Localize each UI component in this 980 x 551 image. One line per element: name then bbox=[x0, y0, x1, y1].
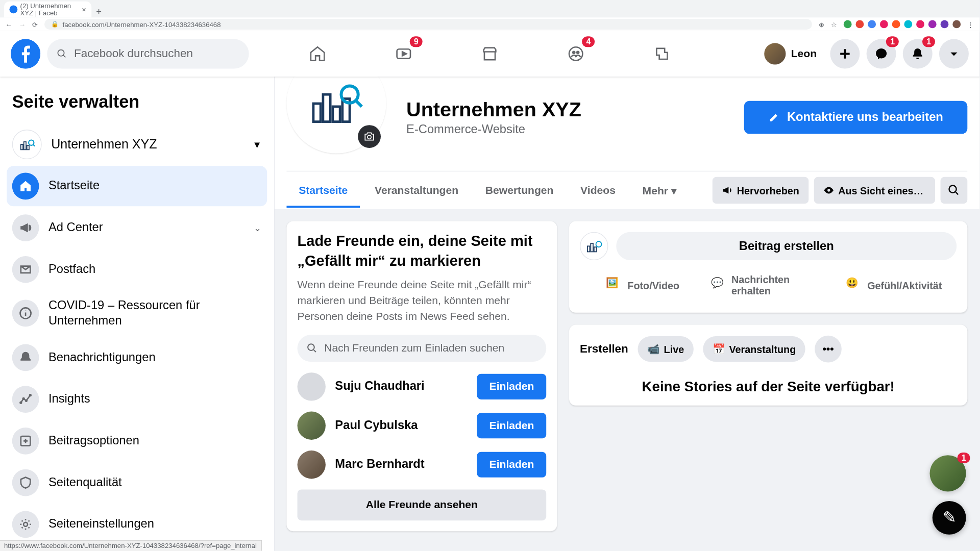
compose-messages[interactable]: 💬Nachrichten erhalten bbox=[705, 268, 831, 302]
sidebar-item-covid[interactable]: COVID-19 – Ressourcen für Unternehmen bbox=[7, 291, 267, 336]
tab-veranstaltungen[interactable]: Veranstaltungen bbox=[362, 173, 471, 207]
forward-button[interactable]: → bbox=[19, 20, 26, 28]
invite-button[interactable]: Einladen bbox=[477, 452, 546, 477]
url-bar[interactable]: 🔒 facebook.com/Unternehmen-XYZ-104338234… bbox=[44, 19, 812, 30]
page-profile-picture[interactable] bbox=[286, 77, 386, 153]
tab-startseite[interactable]: Startseite bbox=[286, 173, 360, 207]
caret-down-icon bbox=[947, 47, 961, 60]
no-stories-text: Keine Stories auf der Seite verfügbar! bbox=[580, 379, 957, 395]
megaphone-icon bbox=[722, 185, 733, 195]
svg-point-16 bbox=[29, 394, 31, 396]
photo-icon: 🖼️ bbox=[606, 277, 622, 293]
browser-chrome: (2) Unternehmen XYZ | Faceb × + ← → ⟳ 🔒 … bbox=[0, 0, 979, 31]
facebook-logo-icon[interactable] bbox=[11, 39, 40, 68]
extension-icon[interactable] bbox=[844, 20, 852, 29]
sidebar-item-beitragsoptionen[interactable]: Beitragsoptionen bbox=[7, 421, 267, 461]
tab-videos[interactable]: Videos bbox=[568, 173, 627, 207]
button-label: Veranstaltung bbox=[729, 343, 796, 355]
sidebar-item-insights[interactable]: Insights bbox=[7, 379, 267, 419]
sidebar-item-adcenter[interactable]: Ad Center⌄ bbox=[7, 208, 267, 248]
friend-name: Paul Cybulska bbox=[335, 418, 468, 433]
friend-name: Marc Bernhardt bbox=[335, 458, 468, 472]
invite-button[interactable]: Einladen bbox=[477, 373, 546, 399]
smiley-icon: 😃 bbox=[846, 277, 862, 293]
extension-icon[interactable] bbox=[952, 20, 961, 29]
reload-button[interactable]: ⟳ bbox=[32, 20, 38, 28]
create-button[interactable] bbox=[830, 39, 860, 68]
compose-opt-label: Nachrichten erhalten bbox=[731, 273, 826, 296]
invite-friends-card: Lade Freunde ein, deine Seite mit „Gefäl… bbox=[286, 221, 557, 531]
extension-icon[interactable] bbox=[892, 20, 900, 29]
sidebar-item-seiteneinstellungen[interactable]: Seiteneinstellungen bbox=[7, 504, 267, 544]
watch-nav[interactable]: 9 bbox=[363, 35, 444, 73]
invite-button[interactable]: Einladen bbox=[477, 413, 546, 438]
account-button[interactable] bbox=[939, 39, 969, 68]
star-icon[interactable]: ☆ bbox=[831, 20, 837, 28]
messenger-button[interactable]: 1 bbox=[867, 39, 896, 68]
notifications-button[interactable]: 1 bbox=[903, 39, 933, 68]
compose-photo-video[interactable]: 🖼️Foto/Video bbox=[580, 268, 705, 302]
home-nav[interactable] bbox=[277, 35, 358, 73]
back-button[interactable]: ← bbox=[6, 20, 12, 28]
sidebar-item-startseite[interactable]: Startseite bbox=[7, 166, 267, 207]
new-message-button[interactable]: ✎ bbox=[933, 501, 966, 535]
sidebar-item-label: Beitragsoptionen bbox=[48, 433, 262, 449]
tab-bewertungen[interactable]: Bewertungen bbox=[473, 173, 566, 207]
floating-chat-avatar[interactable]: 1 bbox=[929, 455, 966, 491]
create-post-card: Beitrag erstellen 🖼️Foto/Video 💬Nachrich… bbox=[569, 221, 967, 313]
svg-point-14 bbox=[22, 397, 24, 399]
url-text: facebook.com/Unternehmen-XYZ-10433823463… bbox=[63, 20, 221, 28]
caret-down-icon: ▼ bbox=[252, 139, 261, 150]
extension-icon[interactable] bbox=[880, 20, 888, 29]
compose-feeling[interactable]: 😃Gefühl/Aktivität bbox=[831, 268, 957, 302]
edit-photo-button[interactable] bbox=[358, 125, 381, 148]
tab-mehr[interactable]: Mehr ▾ bbox=[630, 173, 689, 207]
extension-icon[interactable] bbox=[928, 20, 937, 29]
friend-search-input[interactable]: Nach Freunden zum Einladen suchen bbox=[298, 335, 547, 362]
page-search-button[interactable] bbox=[941, 177, 968, 204]
sidebar-item-seitenqualitaet[interactable]: Seitenqualität bbox=[7, 462, 267, 503]
live-button[interactable]: 📹Live bbox=[638, 336, 693, 362]
menu-button[interactable]: ⋮ bbox=[967, 20, 974, 28]
close-icon[interactable]: × bbox=[82, 6, 86, 14]
create-story-label: Erstellen bbox=[580, 342, 628, 356]
search-input[interactable]: Facebook durchsuchen bbox=[47, 39, 249, 68]
svg-line-24 bbox=[356, 101, 362, 107]
button-label: Hervorheben bbox=[737, 185, 799, 196]
tab-label: Mehr bbox=[643, 185, 668, 196]
profile-chip[interactable]: Leon bbox=[762, 40, 824, 67]
extension-icon[interactable] bbox=[941, 20, 949, 29]
view-as-button[interactable]: Aus Sicht eines Be... bbox=[814, 177, 935, 204]
groups-icon bbox=[567, 44, 585, 63]
event-button[interactable]: 📅Veranstaltung bbox=[703, 336, 805, 362]
extension-icon[interactable] bbox=[904, 20, 912, 29]
sidebar-item-benachrichtigungen[interactable]: Benachrichtigungen bbox=[7, 337, 267, 378]
sidebar-page-name: Unternehmen XYZ bbox=[51, 137, 243, 152]
page-category: E-Commerce-Website bbox=[406, 122, 581, 136]
main-content: Unternehmen XYZ E-Commerce-Website Konta… bbox=[275, 77, 979, 550]
home-icon bbox=[308, 44, 327, 63]
edit-contact-button[interactable]: Kontaktiere uns bearbeiten bbox=[744, 101, 968, 134]
video-icon: 📹 bbox=[647, 343, 660, 355]
extension-icon[interactable] bbox=[868, 20, 876, 29]
sidebar-item-postfach[interactable]: Postfach bbox=[7, 249, 267, 290]
create-post-input[interactable]: Beitrag erstellen bbox=[616, 232, 957, 260]
gaming-nav[interactable] bbox=[622, 35, 702, 73]
promote-button[interactable]: Hervorheben bbox=[713, 177, 808, 204]
extension-icon[interactable] bbox=[855, 20, 864, 29]
more-button[interactable]: ••• bbox=[815, 336, 842, 363]
browser-tab[interactable]: (2) Unternehmen XYZ | Faceb × bbox=[4, 2, 91, 18]
status-bar: https://www.facebook.com/Unternehmen-XYZ… bbox=[0, 540, 261, 550]
svg-rect-9 bbox=[27, 145, 29, 150]
groups-nav[interactable]: 4 bbox=[535, 35, 616, 73]
marketplace-nav[interactable] bbox=[449, 35, 530, 73]
zoom-icon[interactable]: ⊕ bbox=[819, 20, 824, 28]
sidebar-page-selector[interactable]: Unternehmen XYZ ▼ bbox=[7, 124, 267, 165]
extension-icon[interactable] bbox=[916, 20, 924, 29]
page-header: Unternehmen XYZ E-Commerce-Website Konta… bbox=[275, 77, 979, 209]
svg-point-28 bbox=[308, 344, 314, 350]
all-friends-button[interactable]: Alle Freunde ansehen bbox=[298, 489, 547, 520]
edit-icon: ✎ bbox=[943, 508, 956, 527]
svg-line-29 bbox=[314, 350, 316, 352]
new-tab-button[interactable]: + bbox=[93, 6, 105, 18]
